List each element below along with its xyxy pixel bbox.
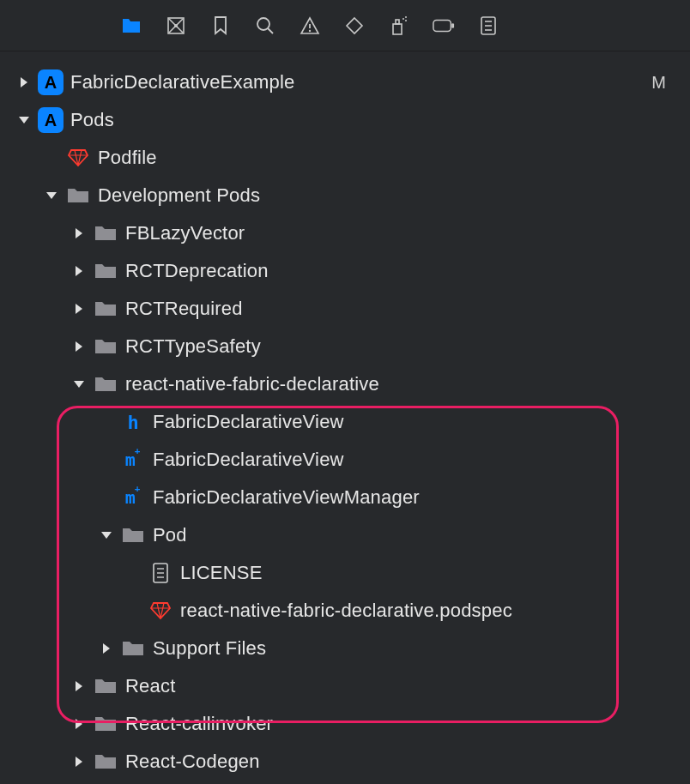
navigator-toolbar bbox=[0, 0, 690, 51]
group-label: react-native-fabric-declarative bbox=[125, 373, 379, 395]
chevron-right-icon[interactable] bbox=[70, 753, 88, 770]
file-label: FabricDeclarativeView bbox=[153, 411, 344, 433]
folder-icon[interactable] bbox=[120, 15, 142, 37]
group-label: React-Codegen bbox=[125, 751, 260, 773]
project-navigator: A FabricDeclarativeExample M A Pods Podf… bbox=[0, 51, 690, 781]
folder-icon bbox=[93, 296, 118, 322]
group-row-react-codegen[interactable]: React-Codegen bbox=[0, 743, 690, 781]
header-file-icon: h bbox=[120, 409, 146, 435]
svg-line-5 bbox=[268, 28, 273, 33]
target-icon[interactable] bbox=[165, 15, 187, 37]
group-row-rnfd[interactable]: react-native-fabric-declarative bbox=[0, 365, 690, 403]
group-label: RCTTypeSafety bbox=[125, 335, 261, 358]
svg-point-10 bbox=[402, 18, 404, 20]
file-label: react-native-fabric-declarative.podspec bbox=[180, 600, 512, 622]
file-label: Podfile bbox=[98, 147, 157, 169]
chevron-down-icon[interactable] bbox=[70, 376, 88, 393]
group-row-development-pods[interactable]: Development Pods bbox=[0, 177, 690, 214]
folder-icon bbox=[93, 334, 118, 359]
project-label: Pods bbox=[70, 109, 114, 131]
svg-rect-8 bbox=[393, 24, 402, 34]
svg-point-11 bbox=[405, 16, 407, 18]
impl-file-icon: m+ bbox=[120, 447, 146, 473]
app-icon: A bbox=[38, 107, 64, 133]
group-label: RCTRequired bbox=[125, 298, 243, 320]
chevron-right-icon[interactable] bbox=[70, 678, 88, 695]
list-icon[interactable] bbox=[477, 15, 499, 37]
diamond-icon[interactable] bbox=[343, 15, 366, 37]
chevron-right-icon[interactable] bbox=[70, 300, 88, 317]
group-label: FBLazyVector bbox=[125, 222, 245, 244]
warning-icon[interactable] bbox=[299, 15, 321, 37]
group-row-rctrequired[interactable]: RCTRequired bbox=[0, 290, 690, 328]
chevron-down-icon[interactable] bbox=[15, 112, 33, 129]
folder-icon bbox=[93, 749, 118, 775]
file-row-fdv-h[interactable]: h FabricDeclarativeView bbox=[0, 403, 690, 441]
folder-icon bbox=[120, 522, 146, 548]
spray-icon[interactable] bbox=[388, 15, 410, 37]
group-row-support-files[interactable]: Support Files bbox=[0, 630, 690, 667]
chevron-down-icon[interactable] bbox=[43, 187, 60, 204]
file-row-podfile[interactable]: Podfile bbox=[0, 139, 690, 177]
svg-point-3 bbox=[174, 24, 178, 27]
group-label: React-callinvoker bbox=[125, 713, 273, 735]
chevron-right-icon[interactable] bbox=[98, 640, 115, 657]
file-row-fdv-m[interactable]: m+ FabricDeclarativeView bbox=[0, 441, 690, 479]
svg-rect-14 bbox=[451, 23, 454, 28]
group-row-react-callinvoker[interactable]: React-callinvoker bbox=[0, 705, 690, 743]
folder-icon bbox=[93, 673, 118, 699]
svg-point-4 bbox=[257, 18, 269, 30]
svg-point-7 bbox=[309, 29, 311, 31]
folder-icon bbox=[93, 258, 118, 284]
group-row-rcttypesafety[interactable]: RCTTypeSafety bbox=[0, 328, 690, 365]
group-label: Pod bbox=[153, 524, 187, 546]
svg-point-12 bbox=[405, 20, 407, 21]
folder-icon bbox=[93, 711, 118, 737]
file-label: LICENSE bbox=[180, 562, 263, 584]
file-row-fdvm-m[interactable]: m+ FabricDeclarativeViewManager bbox=[0, 479, 690, 516]
folder-icon bbox=[93, 371, 118, 397]
group-label: React bbox=[125, 675, 175, 697]
search-icon[interactable] bbox=[254, 15, 276, 37]
project-row-fabric-example[interactable]: A FabricDeclarativeExample M bbox=[0, 63, 690, 101]
chevron-right-icon[interactable] bbox=[15, 74, 33, 91]
group-row-pod[interactable]: Pod bbox=[0, 516, 690, 554]
impl-file-icon: m+ bbox=[120, 485, 146, 510]
file-label: FabricDeclarativeViewManager bbox=[153, 486, 420, 509]
project-label: FabricDeclarativeExample bbox=[70, 71, 295, 93]
battery-icon[interactable] bbox=[433, 15, 455, 37]
chevron-right-icon[interactable] bbox=[70, 225, 88, 242]
project-row-pods[interactable]: A Pods bbox=[0, 101, 690, 139]
group-row-react[interactable]: React bbox=[0, 667, 690, 705]
document-icon bbox=[148, 560, 173, 586]
modified-badge: M bbox=[651, 73, 666, 93]
folder-icon bbox=[93, 220, 118, 246]
bookmark-icon[interactable] bbox=[209, 15, 232, 37]
file-label: FabricDeclarativeView bbox=[153, 449, 344, 471]
group-row-rctdeprecation[interactable]: RCTDeprecation bbox=[0, 252, 690, 290]
svg-rect-9 bbox=[396, 20, 399, 24]
file-row-license[interactable]: LICENSE bbox=[0, 554, 690, 592]
folder-icon bbox=[65, 183, 91, 208]
svg-rect-13 bbox=[433, 20, 451, 31]
ruby-icon bbox=[65, 145, 91, 171]
file-row-podspec[interactable]: react-native-fabric-declarative.podspec bbox=[0, 592, 690, 630]
group-label: Support Files bbox=[153, 637, 266, 660]
chevron-down-icon[interactable] bbox=[98, 527, 115, 544]
ruby-icon bbox=[148, 598, 173, 624]
group-label: Development Pods bbox=[98, 184, 260, 207]
folder-icon bbox=[120, 636, 146, 661]
app-icon: A bbox=[38, 69, 64, 95]
chevron-right-icon[interactable] bbox=[70, 338, 88, 355]
chevron-right-icon[interactable] bbox=[70, 715, 88, 733]
chevron-right-icon[interactable] bbox=[70, 262, 88, 280]
group-row-fblazyvector[interactable]: FBLazyVector bbox=[0, 214, 690, 252]
group-label: RCTDeprecation bbox=[125, 260, 269, 282]
